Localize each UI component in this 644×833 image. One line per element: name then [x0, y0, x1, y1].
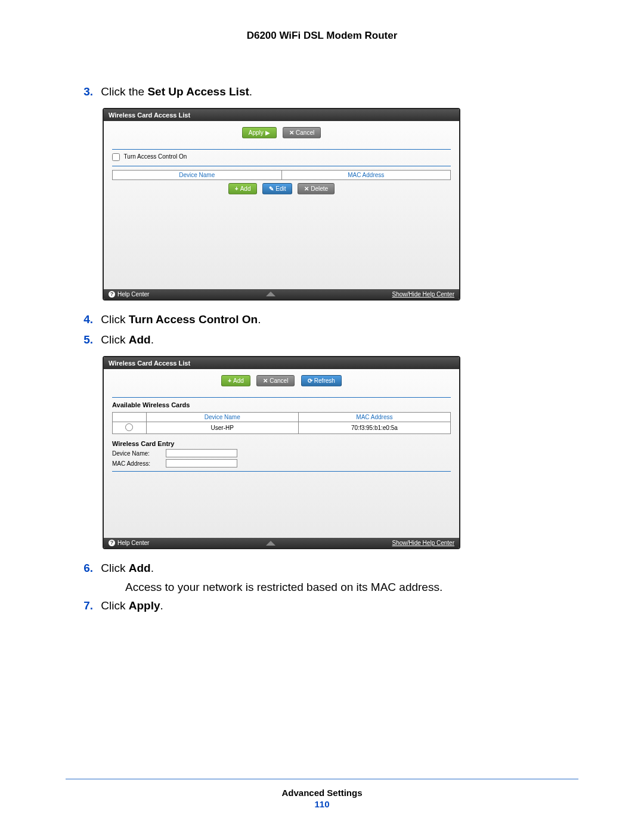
help-icon: ?	[109, 540, 115, 546]
step-bold: Add	[129, 333, 151, 346]
mac-address-input[interactable]	[166, 459, 237, 467]
table-row[interactable]: User-HP 70:f3:95:b1:e0:5a	[113, 422, 451, 434]
plus-icon: +	[235, 185, 239, 192]
col-mac-address: MAC Address	[298, 413, 450, 422]
step-6: 6. Click Add.	[103, 560, 578, 577]
apply-button[interactable]: Apply ▶	[242, 127, 277, 138]
card-entry-label: Wireless Card Entry	[112, 440, 451, 447]
delete-button[interactable]: ✕Delete	[298, 183, 335, 194]
available-cards-label: Available Wireless Cards	[112, 401, 451, 408]
step-post: .	[160, 599, 163, 612]
refresh-icon: ⟳	[308, 377, 312, 384]
device-name-label: Device Name:	[112, 450, 166, 457]
device-table: Device Name MAC Address	[112, 170, 451, 180]
page-number: 110	[66, 799, 578, 809]
col-select	[113, 413, 147, 422]
col-mac-address: MAC Address	[281, 170, 451, 179]
edit-button[interactable]: ✎Edit	[262, 183, 292, 194]
panel-title: Wireless Card Access List	[104, 357, 459, 369]
add-button[interactable]: +Add	[228, 183, 258, 194]
step-post: .	[151, 333, 154, 346]
step-text: Click	[101, 562, 128, 574]
add-button[interactable]: +Add	[221, 375, 250, 386]
doc-title: D6200 WiFi DSL Modem Router	[66, 30, 578, 42]
refresh-button[interactable]: ⟳Refresh	[301, 375, 342, 386]
cancel-button[interactable]: ✕Cancel	[283, 127, 321, 138]
row-radio[interactable]	[125, 423, 133, 431]
step-3: 3. Click the Set Up Access List.	[103, 83, 578, 101]
footer-divider	[66, 779, 578, 779]
checkbox-label: Turn Access Control On	[124, 153, 187, 160]
help-center-link[interactable]: ? Help Center	[109, 540, 149, 546]
step-number: 5.	[81, 332, 98, 349]
x-icon: ✕	[263, 377, 268, 384]
show-hide-help-link[interactable]: Show/Hide Help Center	[392, 540, 454, 546]
step-bold: Set Up Access List	[147, 85, 249, 98]
help-center-link[interactable]: ? Help Center	[109, 291, 149, 298]
step-bold: Turn Access Control On	[129, 313, 258, 326]
mac-address-label: MAC Address:	[112, 460, 166, 467]
step-bold: Apply	[129, 599, 160, 612]
x-icon: ✕	[289, 129, 294, 136]
pencil-icon: ✎	[269, 185, 274, 192]
screenshot-2: Wireless Card Access List +Add ✕Cancel ⟳…	[103, 356, 460, 549]
plus-icon: +	[228, 377, 231, 384]
step-5: 5. Click Add.	[103, 332, 578, 349]
panel-title: Wireless Card Access List	[104, 109, 459, 121]
cell-mac: 70:f3:95:b1:e0:5a	[298, 422, 450, 434]
step-text: Click the	[101, 85, 147, 98]
cancel-button[interactable]: ✕Cancel	[256, 375, 295, 386]
step-number: 4.	[81, 311, 98, 329]
screenshot-1: Wireless Card Access List Apply ▶ ✕Cance…	[103, 108, 460, 301]
step-4: 4. Click Turn Access Control On.	[103, 311, 578, 329]
step-number: 3.	[81, 83, 98, 101]
chevron-up-icon[interactable]	[266, 292, 275, 296]
chevron-up-icon[interactable]	[266, 541, 275, 546]
step-number: 6.	[81, 560, 98, 577]
show-hide-help-link[interactable]: Show/Hide Help Center	[392, 291, 454, 298]
footer-section: Advanced Settings	[66, 788, 578, 798]
turn-access-control-checkbox[interactable]	[112, 153, 120, 161]
step-text: Click	[101, 313, 128, 326]
step-bold: Add	[129, 562, 151, 574]
step-post: .	[258, 313, 261, 326]
step-post: .	[249, 85, 252, 98]
step-post: .	[151, 562, 154, 574]
step-6-subtext: Access to your network is restricted bas…	[125, 581, 578, 594]
step-number: 7.	[81, 597, 98, 615]
available-cards-table: Device Name MAC Address User-HP 70:f3:95…	[112, 412, 451, 434]
help-icon: ?	[109, 291, 115, 298]
col-device-name: Device Name	[113, 170, 282, 179]
step-text: Click	[101, 599, 128, 612]
cell-device-name: User-HP	[146, 422, 298, 434]
col-device-name: Device Name	[146, 413, 298, 422]
x-icon: ✕	[304, 185, 309, 192]
device-name-input[interactable]	[166, 449, 237, 457]
step-7: 7. Click Apply.	[103, 597, 578, 615]
step-text: Click	[101, 333, 128, 346]
